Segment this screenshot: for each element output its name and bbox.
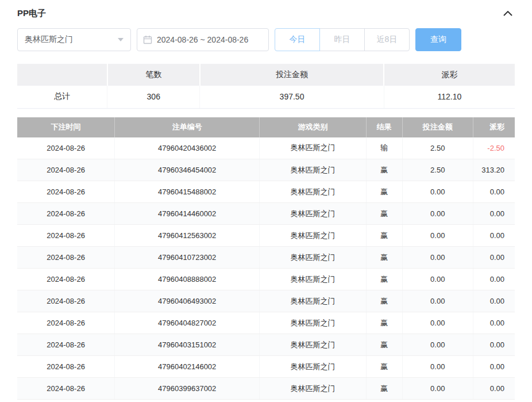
summary-table: 笔数 投注金额 派彩 总计 306 397.50 112.10 [17, 64, 515, 109]
record-row: 2024-08-26 47960414460002 奥林匹斯之门 赢 0.00 … [17, 203, 515, 225]
summary-total-count: 306 [107, 86, 200, 108]
payout-cell: 313.20 [473, 159, 515, 181]
bet-time-cell: 2024-08-26 [17, 269, 115, 290]
result-cell: 赢 [366, 159, 402, 181]
record-row: 2024-08-26 47960412563002 奥林匹斯之门 赢 0.00 … [17, 225, 515, 247]
yesterday-button[interactable]: 昨日 [319, 28, 365, 51]
game-select[interactable]: 奥林匹斯之门 [17, 28, 131, 51]
record-row: 2024-08-26 47960403151002 奥林匹斯之门 赢 0.00 … [17, 334, 515, 356]
payout-cell: 0.00 [473, 225, 515, 247]
summary-total-bet-amount: 397.50 [200, 86, 384, 108]
bet-time-cell: 2024-08-26 [17, 137, 115, 159]
game-category-cell: 奥林匹斯之门 [260, 159, 366, 181]
header-game-category: 游戏类别 [260, 117, 366, 137]
bet-amount-cell: 0.00 [402, 312, 473, 334]
bet-id-cell: 47960412563002 [115, 225, 260, 247]
game-select-value: 奥林匹斯之门 [25, 35, 73, 45]
quick-date-button-group: 今日 昨日 近8日 [275, 28, 410, 51]
bet-amount-cell: 0.00 [402, 378, 473, 400]
payout-cell: 0.00 [473, 378, 515, 400]
payout-cell: 0.00 [473, 312, 515, 334]
pp-electronic-panel: PP电子 奥林匹斯之门 2024-08-26 ~ 2024-08-26 今日 昨… [0, 0, 532, 400]
bet-id-cell: 47960404827002 [115, 312, 260, 334]
bet-amount-cell: 0.00 [402, 203, 473, 225]
panel-title: PP电子 [17, 8, 46, 19]
game-category-cell: 奥林匹斯之门 [260, 312, 366, 334]
bet-id-cell: 47960403151002 [115, 334, 260, 356]
game-category-cell: 奥林匹斯之门 [260, 334, 366, 356]
bet-amount-cell: 0.00 [402, 181, 473, 203]
header-payout: 派彩 [473, 117, 515, 137]
header-result: 结果 [366, 117, 402, 137]
record-row: 2024-08-26 47960402146002 奥林匹斯之门 赢 0.00 … [17, 356, 515, 378]
result-cell: 赢 [366, 203, 402, 225]
summary-total-label: 总计 [17, 86, 107, 108]
bet-amount-cell: 0.00 [402, 225, 473, 247]
bet-id-cell: 47960420436002 [115, 137, 260, 159]
payout-cell: 0.00 [473, 247, 515, 269]
bet-id-cell: 47960415488002 [115, 181, 260, 203]
summary-header-blank [17, 64, 107, 86]
record-row: 2024-08-26 47960410723002 奥林匹斯之门 赢 0.00 … [17, 247, 515, 269]
bet-time-cell: 2024-08-26 [17, 334, 115, 356]
result-cell: 赢 [366, 378, 402, 400]
result-cell: 赢 [366, 247, 402, 269]
summary-header-row: 笔数 投注金额 派彩 [17, 64, 515, 86]
bet-time-cell: 2024-08-26 [17, 378, 115, 400]
result-cell: 赢 [366, 334, 402, 356]
header-bet-time: 下注时间 [17, 117, 115, 137]
bet-time-cell: 2024-08-26 [17, 247, 115, 269]
record-row: 2024-08-26 47960399637002 奥林匹斯之门 赢 0.00 … [17, 378, 515, 400]
summary-header-bet-amount: 投注金额 [200, 64, 384, 86]
last-8-days-button[interactable]: 近8日 [364, 28, 410, 51]
today-button[interactable]: 今日 [275, 28, 320, 51]
summary-total-row: 总计 306 397.50 112.10 [17, 86, 515, 108]
record-row: 2024-08-26 47960420436002 奥林匹斯之门 输 2.50 … [17, 137, 515, 159]
record-row: 2024-08-26 47960346454002 奥林匹斯之门 赢 2.50 … [17, 159, 515, 181]
panel-header: PP电子 [17, 0, 515, 19]
bet-amount-cell: 2.50 [402, 137, 473, 159]
filter-bar: 奥林匹斯之门 2024-08-26 ~ 2024-08-26 今日 昨日 近8日… [17, 28, 515, 51]
calendar-icon [143, 35, 152, 44]
summary-header-payout: 派彩 [384, 64, 515, 86]
result-cell: 赢 [366, 312, 402, 334]
game-category-cell: 奥林匹斯之门 [260, 225, 366, 247]
bet-id-cell: 47960408888002 [115, 269, 260, 290]
record-row: 2024-08-26 47960408888002 奥林匹斯之门 赢 0.00 … [17, 269, 515, 290]
result-cell: 赢 [366, 181, 402, 203]
record-row: 2024-08-26 47960415488002 奥林匹斯之门 赢 0.00 … [17, 181, 515, 203]
bet-amount-cell: 0.00 [402, 334, 473, 356]
bet-time-cell: 2024-08-26 [17, 181, 115, 203]
search-button[interactable]: 查询 [415, 28, 461, 51]
bet-amount-cell: 0.00 [402, 356, 473, 378]
bet-time-cell: 2024-08-26 [17, 356, 115, 378]
bet-amount-cell: 0.00 [402, 247, 473, 269]
payout-cell: 0.00 [473, 203, 515, 225]
bet-time-cell: 2024-08-26 [17, 159, 115, 181]
record-row: 2024-08-26 47960406493002 奥林匹斯之门 赢 0.00 … [17, 290, 515, 312]
bet-time-cell: 2024-08-26 [17, 290, 115, 312]
header-bet-id: 注单编号 [115, 117, 260, 137]
game-category-cell: 奥林匹斯之门 [260, 290, 366, 312]
collapse-button[interactable] [501, 9, 515, 18]
date-range-value: 2024-08-26 ~ 2024-08-26 [157, 35, 248, 44]
bet-id-cell: 47960414460002 [115, 203, 260, 225]
payout-cell: 0.00 [473, 181, 515, 203]
game-category-cell: 奥林匹斯之门 [260, 356, 366, 378]
result-cell: 赢 [366, 225, 402, 247]
game-category-cell: 奥林匹斯之门 [260, 378, 366, 400]
bet-id-cell: 47960399637002 [115, 378, 260, 400]
bet-id-cell: 47960346454002 [115, 159, 260, 181]
bet-amount-cell: 0.00 [402, 269, 473, 290]
game-category-cell: 奥林匹斯之门 [260, 181, 366, 203]
result-cell: 输 [366, 137, 402, 159]
result-cell: 赢 [366, 290, 402, 312]
bet-time-cell: 2024-08-26 [17, 225, 115, 247]
bet-id-cell: 47960410723002 [115, 247, 260, 269]
chevron-up-icon [503, 11, 512, 16]
payout-cell: 0.00 [473, 290, 515, 312]
bet-amount-cell: 0.00 [402, 290, 473, 312]
bet-amount-cell: 2.50 [402, 159, 473, 181]
record-row: 2024-08-26 47960404827002 奥林匹斯之门 赢 0.00 … [17, 312, 515, 334]
date-range-picker[interactable]: 2024-08-26 ~ 2024-08-26 [137, 28, 269, 51]
